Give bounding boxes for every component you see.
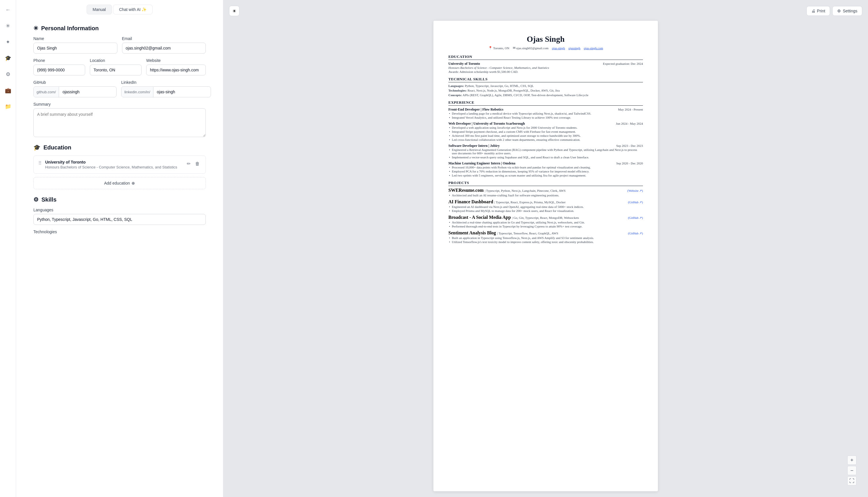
resume-proj-3-name: Sentiment Analysis Blog | Typescript, Te… bbox=[448, 230, 558, 236]
resume-proj-1-link[interactable]: (GitHub ↗) bbox=[628, 200, 643, 204]
resume-proj-3-link[interactable]: (GitHub ↗) bbox=[628, 231, 643, 235]
resume-exp-3-header: Machine Learning Engineer Intern | Omden… bbox=[448, 161, 643, 166]
resume-exp-2-header: Software Developer Intern | Jobiry Sep 2… bbox=[448, 144, 643, 148]
website-input[interactable] bbox=[146, 65, 206, 75]
resume-education-section: Education University of Toronto Expected… bbox=[448, 54, 643, 73]
skills-technologies: Technologies: React, Next.js, Node.js, M… bbox=[448, 89, 643, 92]
resume-proj-0-link[interactable]: (Website ↗) bbox=[628, 189, 643, 193]
resume-exp-3-bullet-1: Employed PCA for a 70% reduction in dime… bbox=[448, 170, 643, 173]
website-label: Website bbox=[146, 58, 206, 63]
email-group: Email bbox=[122, 36, 206, 54]
education-actions: ✏ 🗑 bbox=[186, 160, 201, 168]
resume-exp-2-role: Software Developer Intern | Jobiry bbox=[448, 144, 500, 148]
skills-concepts: Concepts: APIs (REST, GraphQL), Agile, D… bbox=[448, 93, 643, 97]
resume-proj-0-name: SWEResume.com | Typescript, Python, Next… bbox=[448, 188, 565, 193]
phone-label: Phone bbox=[33, 58, 85, 63]
resume-proj-1-row: AI Finance Dashboard | Typescript, React… bbox=[448, 199, 643, 204]
resume-proj-2-bullet-1: Performed thorough end-to-end tests in T… bbox=[448, 225, 643, 228]
resume-proj-2-name: Broadcast - A Social Media App | Go, Gin… bbox=[448, 215, 579, 220]
add-education-button[interactable]: Add education ⊕ bbox=[33, 177, 206, 189]
settings-gear-icon: ⚙ bbox=[837, 9, 841, 13]
resume-edu-date: Expected graduation: Dec 2024 bbox=[603, 62, 643, 65]
skills-header: ⚙ Skills bbox=[33, 196, 206, 203]
resume-email: ✉ ojas.singh02@gmail.com bbox=[513, 46, 548, 50]
sidebar: ← ✳ ✦ 🎓 ⚙ 💼 📁 bbox=[0, 0, 16, 497]
resume-exp-3: Machine Learning Engineer Intern | Omden… bbox=[448, 161, 643, 177]
theme-toggle-button[interactable]: ☀ bbox=[229, 6, 239, 16]
resume-proj-0-bullet-0: Architected and built an AI resume-craft… bbox=[448, 194, 643, 197]
name-email-row: Name Email bbox=[33, 36, 206, 54]
resume-exp-0-header: Front-End Developer | Flow Robotics May … bbox=[448, 108, 643, 112]
resume-exp-0-bullet-1: Integrated Vercel Analytics, and utilize… bbox=[448, 116, 643, 119]
personal-info-icon: ✳ bbox=[33, 25, 38, 32]
education-entry: ⠿ University of Toronto Honours Bachelor… bbox=[33, 156, 206, 174]
edit-education-button[interactable]: ✏ bbox=[186, 160, 192, 168]
resume-name: Ojas Singh bbox=[448, 34, 643, 44]
resume-proj-1-bullet-1: Employed Prisma and MySQL to manage data… bbox=[448, 209, 643, 213]
resume-exp-1-dates: Jun 2024 - May 2024 bbox=[616, 122, 643, 125]
sidebar-folder-icon[interactable]: 📁 bbox=[3, 101, 13, 112]
drag-handle-icon[interactable]: ⠿ bbox=[38, 160, 42, 166]
resume-education-title: Education bbox=[448, 54, 643, 60]
print-button[interactable]: 🖨 Print bbox=[806, 6, 830, 16]
resume-proj-1-bullet-0: Engineered an AI dashboard via Next.js a… bbox=[448, 205, 643, 209]
location-input[interactable] bbox=[90, 65, 142, 75]
sidebar-gear-icon[interactable]: ⚙ bbox=[3, 69, 13, 80]
sidebar-mortarboard-icon[interactable]: 🎓 bbox=[3, 53, 13, 63]
linkedin-label: LinkedIn bbox=[121, 80, 211, 85]
zoom-in-button[interactable]: + bbox=[847, 456, 856, 465]
resume-skills-section: Technical Skills Languages: Python, Type… bbox=[448, 77, 643, 97]
phone-location-website-row: Phone Location Website bbox=[33, 58, 206, 75]
name-label: Name bbox=[33, 36, 117, 41]
technologies-group: Technologies bbox=[33, 229, 206, 234]
tabs-bar: Manual Chat with AI ✨ bbox=[16, 0, 223, 18]
resume-exp-0-dates: May 2024 - Present bbox=[618, 108, 643, 111]
summary-textarea[interactable] bbox=[33, 108, 206, 137]
github-prefix: github.com/ bbox=[34, 87, 59, 97]
resume-exp-1-header: Web Developer | University of Toronto Sc… bbox=[448, 122, 643, 126]
education-header: 🎓 Education bbox=[33, 144, 206, 151]
summary-group: Summary bbox=[33, 102, 206, 137]
education-icon: 🎓 bbox=[33, 144, 41, 151]
education-info: University of Toronto Honours Bachelors … bbox=[45, 160, 182, 169]
resume-exp-2-bullet-1: Implemented a vector-search query using … bbox=[448, 156, 643, 159]
resume-exp-3-bullet-0: Processed 10,000+ data points with Pytho… bbox=[448, 166, 643, 169]
resume-proj-3-bullet-0: Built an application in Typescript using… bbox=[448, 236, 643, 240]
resume-contact: 📍 Toronto, ON ✉ ojas.singh02@gmail.com o… bbox=[448, 46, 643, 50]
print-label: Print bbox=[817, 9, 825, 13]
github-input-group: github.com/ bbox=[33, 86, 117, 97]
github-group: GitHub github.com/ bbox=[33, 80, 117, 97]
languages-label: Languages bbox=[33, 208, 206, 212]
sidebar-back-icon[interactable]: ← bbox=[3, 4, 13, 15]
zoom-out-button[interactable]: − bbox=[847, 466, 856, 475]
resume-proj-2-link[interactable]: (GitHub ↗) bbox=[628, 216, 643, 220]
resume-exp-3-dates: Sep 2020 - Dec 2020 bbox=[616, 161, 643, 165]
name-input[interactable] bbox=[33, 43, 117, 54]
printer-icon: 🖨 bbox=[811, 9, 815, 13]
resume-github-link[interactable]: ojas-singh bbox=[552, 46, 565, 50]
resume-linkedin-link[interactable]: ojassingh bbox=[569, 46, 580, 50]
email-input[interactable] bbox=[122, 43, 206, 54]
skills-languages: Languages: Python, Typescript, Javascrip… bbox=[448, 84, 643, 87]
github-input[interactable] bbox=[59, 87, 116, 97]
zoom-expand-button[interactable]: ⛶ bbox=[847, 476, 856, 485]
education-school: University of Toronto bbox=[45, 160, 182, 165]
resume-website-link[interactable]: ojas-singh.com bbox=[584, 46, 603, 50]
settings-button[interactable]: ⚙ Settings bbox=[832, 6, 862, 16]
resume-exp-0: Front-End Developer | Flow Robotics May … bbox=[448, 108, 643, 119]
phone-input[interactable] bbox=[33, 65, 85, 75]
education-degree: Honours Bachelors of Science - Computer … bbox=[45, 165, 182, 169]
resume-skills-title: Technical Skills bbox=[448, 77, 643, 82]
linkedin-input[interactable] bbox=[153, 87, 211, 97]
sidebar-person-icon[interactable]: ✳ bbox=[3, 21, 13, 31]
linkedin-input-group: linkedin.com/in/ bbox=[121, 86, 211, 97]
resume-proj-2: Broadcast - A Social Media App | Go, Gin… bbox=[448, 215, 643, 228]
skills-title: Skills bbox=[42, 196, 56, 203]
sidebar-briefcase-icon[interactable]: 💼 bbox=[3, 85, 13, 96]
sidebar-star-icon[interactable]: ✦ bbox=[3, 37, 13, 47]
delete-education-button[interactable]: 🗑 bbox=[194, 160, 201, 168]
languages-input[interactable] bbox=[33, 214, 206, 225]
tab-chat-ai[interactable]: Chat with AI ✨ bbox=[113, 4, 153, 14]
tab-manual[interactable]: Manual bbox=[87, 4, 112, 14]
settings-label: Settings bbox=[843, 9, 857, 13]
